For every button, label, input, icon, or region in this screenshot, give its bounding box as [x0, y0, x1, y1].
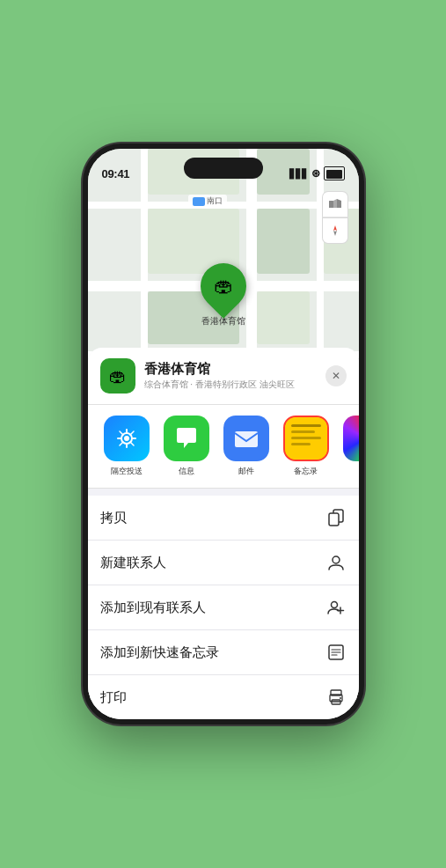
print-icon [325, 687, 347, 708]
action-list: 拷贝 新建联系人 [88, 496, 359, 719]
mail-icon [223, 416, 269, 461]
action-quick-note-label: 添加到新快速备忘录 [100, 644, 325, 661]
place-name: 香港体育馆 [144, 361, 317, 378]
share-item-mail[interactable]: 邮件 [216, 416, 276, 477]
action-print[interactable]: 打印 [88, 675, 359, 719]
phone-frame: 09:41 ▋▋▋ ⊛ [83, 143, 364, 725]
action-add-existing-label: 添加到现有联系人 [100, 600, 325, 616]
svg-marker-4 [333, 231, 337, 236]
place-subtitle: 综合体育馆 · 香港特别行政区 油尖旺区 [144, 379, 317, 391]
note-icon [325, 642, 347, 663]
svg-marker-2 [337, 199, 341, 208]
place-icon: 🏟 [100, 358, 135, 394]
svg-marker-3 [333, 225, 337, 231]
share-item-message[interactable]: 信息 [157, 416, 216, 477]
svg-rect-7 [235, 431, 258, 447]
status-icons: ▋▋▋ ⊛ [289, 166, 345, 180]
place-info: 香港体育馆 综合体育馆 · 香港特别行政区 油尖旺区 [144, 361, 317, 391]
map-type-button[interactable] [322, 191, 348, 217]
phone-screen: 09:41 ▋▋▋ ⊛ [88, 149, 359, 719]
action-new-contact-label: 新建联系人 [100, 555, 325, 571]
stadium-pin: 🏟 香港体育馆 [201, 263, 246, 327]
svg-point-11 [331, 602, 337, 608]
action-add-existing-contact[interactable]: 添加到现有联系人 [88, 585, 359, 630]
svg-point-6 [124, 436, 129, 441]
signal-icon: ▋▋▋ [289, 169, 308, 179]
mail-label: 邮件 [238, 466, 254, 477]
wifi-icon: ⊛ [311, 167, 320, 180]
airdrop-label: 隔空投送 [111, 466, 143, 477]
share-item-notes[interactable]: 备忘录 [276, 416, 336, 477]
svg-rect-9 [329, 513, 339, 526]
compass-button[interactable] [322, 217, 348, 244]
action-quick-note[interactable]: 添加到新快速备忘录 [88, 630, 359, 675]
person-icon [325, 552, 347, 573]
airdrop-icon [104, 416, 150, 461]
action-new-contact[interactable]: 新建联系人 [88, 541, 359, 585]
notes-label: 备忘录 [294, 466, 318, 477]
map-north-label: 南口 [188, 195, 227, 208]
action-copy[interactable]: 拷贝 [88, 496, 359, 541]
stadium-icon: 🏟 [214, 275, 233, 298]
status-time: 09:41 [102, 167, 130, 180]
more-icon [343, 416, 359, 461]
action-print-label: 打印 [100, 689, 325, 706]
share-row: 隔空投送 信息 [88, 405, 359, 489]
share-item-airdrop[interactable]: 隔空投送 [97, 416, 157, 477]
person-add-icon [325, 597, 347, 618]
place-header: 🏟 香港体育馆 综合体育馆 · 香港特别行政区 油尖旺区 ✕ [88, 348, 359, 405]
message-icon [164, 416, 209, 461]
svg-point-10 [333, 556, 340, 563]
copy-icon [325, 507, 347, 528]
message-label: 信息 [179, 466, 194, 477]
bottom-sheet: 🏟 香港体育馆 综合体育馆 · 香港特别行政区 油尖旺区 ✕ [88, 348, 359, 719]
svg-rect-0 [329, 201, 333, 208]
close-button[interactable]: ✕ [325, 365, 347, 386]
pin-icon: 🏟 [191, 254, 256, 319]
battery-icon [324, 166, 345, 180]
action-copy-label: 拷贝 [100, 510, 325, 526]
share-item-more[interactable]: 推 [336, 416, 359, 477]
map-controls[interactable] [322, 191, 348, 244]
svg-marker-1 [333, 199, 337, 208]
notes-icon [283, 416, 329, 461]
svg-point-21 [340, 697, 341, 699]
dynamic-island [184, 158, 263, 179]
